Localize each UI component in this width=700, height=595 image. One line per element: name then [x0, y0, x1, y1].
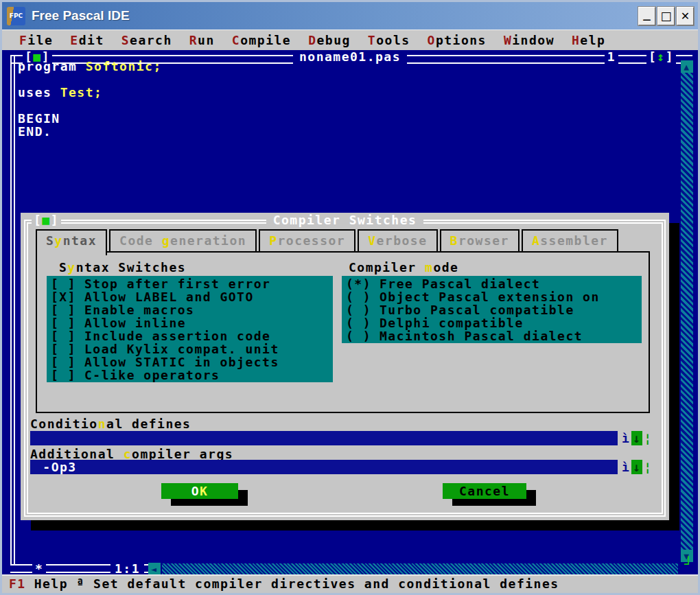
tab-verbose[interactable]: Verbose — [358, 229, 437, 251]
additional-args-history: ì↓¦ — [622, 460, 653, 474]
radio-state: ( ) — [346, 316, 371, 329]
code-identifier: Test; — [60, 85, 103, 100]
app-icon: FPC — [7, 7, 25, 25]
radio-macintosh-pascal-dialect[interactable]: ( )Macintosh Pascal dialect — [346, 329, 642, 342]
compiler-switches-dialog: [■] Compiler Switches Syntax Code genera… — [21, 213, 669, 520]
syntax-switches-list: [ ]Stop after first error [X]Allow LABEL… — [47, 276, 333, 382]
checkbox-stop-after-first-error[interactable]: [ ]Stop after first error — [51, 277, 333, 290]
conditional-defines-history: ì↓¦ — [622, 431, 653, 445]
ok-button[interactable]: OK — [161, 483, 238, 499]
modified-flag: * — [32, 562, 46, 574]
menu-file[interactable]: File — [19, 33, 53, 47]
tab-syntax[interactable]: Syntax — [36, 229, 107, 255]
conditional-defines-label: Conditional defines — [30, 417, 191, 430]
resize-corner-icon[interactable]: ┘ — [684, 558, 694, 571]
compiler-mode-label: Compiler mode — [349, 261, 458, 274]
tab-processor[interactable]: Processor — [259, 229, 355, 251]
menu-help[interactable]: Help — [572, 33, 605, 47]
checkbox-state: [ ] — [51, 316, 76, 329]
additional-args-input[interactable]: -Op3 — [30, 460, 618, 474]
window-close-icon: ■ — [33, 50, 41, 64]
radio-state: ( ) — [346, 290, 371, 303]
syntax-switches-label: Syntax Switches — [59, 261, 186, 274]
menu-compile[interactable]: Compile — [232, 33, 291, 47]
editor-content[interactable]: program Softonic; uses Test; BEGIN END. — [18, 60, 162, 138]
code-keyword: END. — [18, 124, 51, 139]
menu-debug[interactable]: Debug — [308, 33, 351, 47]
history-dropdown-icon[interactable]: ↓ — [631, 431, 642, 445]
checkbox-c-like-operators[interactable]: [ ]C-like operators — [51, 369, 333, 382]
menu-edit[interactable]: Edit — [70, 33, 104, 47]
checkbox-allow-static-in-objects[interactable]: [ ]Allow STATIC in objects — [51, 355, 333, 369]
menubar: File Edit Search Run Compile Debug Tools… — [2, 30, 698, 50]
radio-object-pascal-extension-on[interactable]: ( )Object Pascal extension on — [346, 290, 642, 303]
checkbox-state: [ ] — [51, 342, 76, 355]
menu-tools[interactable]: Tools — [368, 33, 410, 47]
menu-window[interactable]: Window — [504, 33, 555, 47]
dialog-title: Compiler Switches — [266, 213, 424, 227]
editor-zoom-button[interactable]: [↕] — [646, 50, 676, 64]
editor-left-border — [10, 56, 15, 564]
checkbox-allow-label-and-goto[interactable]: [X]Allow LABEL and GOTO — [51, 290, 333, 303]
app-window: FPC Free Pascal IDE — □ ✕ File Edit Sear… — [0, 0, 700, 595]
editor-window: [■] noname01.pas 1 [↕] program Softonic;… — [2, 50, 698, 574]
app-icon-text: FPC — [10, 12, 23, 19]
checkbox-state: [ ] — [51, 355, 76, 369]
vertical-scrollbar[interactable] — [681, 73, 693, 550]
dialog-title-bar: Compiler Switches — [21, 213, 669, 227]
maximize-button[interactable]: □ — [657, 7, 675, 25]
editor-window-number: 1 — [605, 50, 618, 64]
checkbox-load-kylix-compat-unit[interactable]: [ ]Load Kylix compat. unit — [51, 342, 333, 355]
checkbox-state: [X] — [51, 290, 76, 303]
statusbar: F1 Help ª Set default compiler directive… — [2, 574, 698, 593]
radio-state: ( ) — [346, 329, 371, 342]
cursor-position: 1:1 — [110, 562, 144, 574]
checkbox-enable-macros[interactable]: [ ]Enable macros — [51, 303, 333, 316]
tab-browser[interactable]: Browser — [440, 229, 520, 251]
cancel-button[interactable]: Cancel — [443, 483, 526, 499]
code-keyword: BEGIN — [18, 111, 60, 126]
menu-options[interactable]: Options — [428, 33, 487, 47]
checkbox-allow-inline[interactable]: [ ]Allow inline — [51, 316, 333, 329]
checkbox-state: [ ] — [51, 329, 76, 342]
tab-code-generation[interactable]: Code generation — [109, 229, 257, 251]
zoom-resize-icon: ↕ — [657, 50, 665, 64]
checkbox-state: [ ] — [51, 369, 76, 382]
minimize-icon: — — [643, 15, 651, 25]
radio-turbo-pascal-compatible[interactable]: ( )Turbo Pascal compatible — [346, 303, 642, 316]
scroll-left-icon[interactable]: ◄ — [148, 563, 161, 574]
close-button[interactable]: ✕ — [677, 7, 694, 25]
horizontal-scrollbar[interactable] — [162, 563, 678, 574]
radio-free-pascal-dialect[interactable]: (*)Free Pascal dialect — [346, 277, 642, 290]
menu-search[interactable]: Search — [121, 33, 172, 47]
close-icon: ✕ — [681, 10, 690, 23]
scroll-up-icon[interactable]: ▲ — [681, 60, 693, 73]
checkbox-include-assertion-code[interactable]: [ ]Include assertion code — [51, 329, 333, 342]
code-identifier: Softonic; — [86, 59, 162, 73]
radio-state: ( ) — [346, 303, 371, 316]
menu-run[interactable]: Run — [189, 33, 215, 47]
dialog-close-button[interactable]: [■] — [32, 213, 61, 227]
window-title: Free Pascal IDE — [32, 8, 130, 23]
minimize-button[interactable]: — — [638, 7, 655, 25]
statusbar-hint: Help ª Set default compiler directives a… — [34, 576, 559, 591]
checkbox-state: [ ] — [51, 277, 76, 290]
statusbar-f1-help[interactable]: F1 — [9, 576, 26, 591]
tab-assembler[interactable]: Assembler — [522, 229, 618, 251]
checkbox-state: [ ] — [51, 303, 76, 316]
conditional-defines-input[interactable] — [30, 431, 618, 445]
editor-close-button[interactable]: [■] — [23, 50, 52, 64]
window-controls: — □ ✕ — [638, 7, 694, 25]
dialog-close-icon: ■ — [42, 213, 50, 227]
compiler-mode-list: (*)Free Pascal dialect ( )Object Pascal … — [342, 276, 642, 343]
history-dropdown-icon[interactable]: ↓ — [631, 460, 642, 474]
radio-state: (*) — [346, 277, 371, 290]
additional-args-label: Additional compiler args — [30, 447, 233, 460]
radio-delphi-compatible[interactable]: ( )Delphi compatible — [346, 316, 642, 329]
titlebar: FPC Free Pascal IDE — □ ✕ — [2, 2, 698, 30]
maximize-icon: □ — [660, 9, 671, 23]
code-keyword: uses — [18, 85, 60, 100]
dialog-tabs: Syntax Code generation Processor Verbose… — [36, 229, 618, 255]
